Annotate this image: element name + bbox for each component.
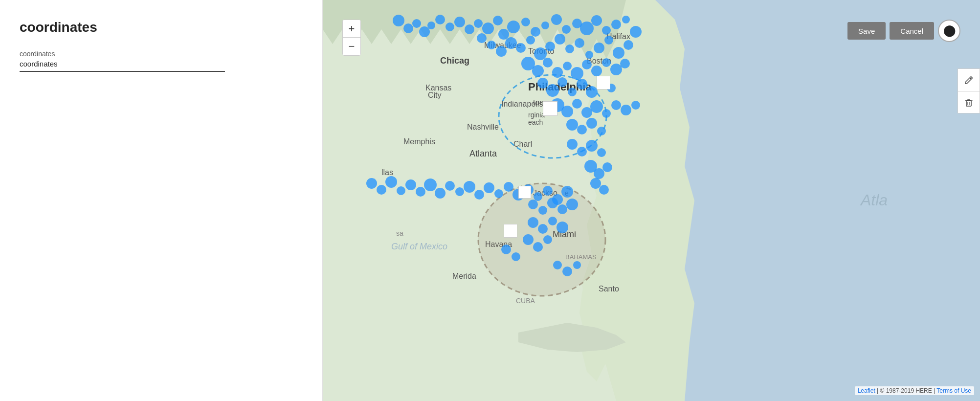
svg-text:Atla: Atla xyxy=(860,191,888,209)
edit-button[interactable] xyxy=(958,68,980,91)
svg-point-30 xyxy=(478,183,605,296)
terms-of-use-link[interactable]: Terms of Use xyxy=(936,387,971,394)
save-button[interactable]: Save xyxy=(847,22,886,40)
edit-icon xyxy=(964,75,974,85)
svg-text:Toronto: Toronto xyxy=(528,47,554,55)
svg-text:sa: sa xyxy=(396,229,403,237)
field-value: coordinates xyxy=(20,60,225,72)
svg-text:rginia: rginia xyxy=(528,111,545,119)
svg-text:Philadelphia: Philadelphia xyxy=(528,81,592,93)
map-container: Atla Gulf of Mexico Milwaukee Chicag Tor… xyxy=(323,0,980,401)
cancel-button[interactable]: Cancel xyxy=(890,22,934,40)
svg-text:each: each xyxy=(528,118,543,126)
field-group-coordinates: coordinates coordinates xyxy=(20,50,303,72)
leaflet-link[interactable]: Leaflet xyxy=(858,387,875,394)
top-right-controls: Save Cancel ⬤ xyxy=(847,20,960,42)
svg-text:City: City xyxy=(428,91,442,99)
svg-text:Milwaukee: Milwaukee xyxy=(484,41,521,49)
zoom-in-button[interactable]: + xyxy=(343,20,360,38)
map-attribution: Leaflet | © 1987-2019 HERE | Terms of Us… xyxy=(855,386,974,395)
svg-text:Merida: Merida xyxy=(452,272,476,280)
attribution-here: | © 1987-2019 HERE | xyxy=(875,387,937,394)
field-label: coordinates xyxy=(20,50,303,58)
page-title: coordinates xyxy=(20,20,303,35)
delete-button[interactable] xyxy=(958,91,980,113)
svg-text:Charl: Charl xyxy=(513,140,532,148)
svg-text:llas: llas xyxy=(381,168,393,177)
record-button[interactable]: ⬤ xyxy=(938,20,960,42)
side-icon-buttons xyxy=(958,68,980,113)
svg-rect-31 xyxy=(966,101,971,106)
svg-text:Chicag: Chicag xyxy=(440,56,469,66)
svg-text:Atlanta: Atlanta xyxy=(469,149,497,158)
zoom-out-button[interactable]: − xyxy=(343,38,360,55)
svg-text:Halifax: Halifax xyxy=(606,32,630,41)
svg-text:CUBA: CUBA xyxy=(516,297,535,305)
zoom-controls: + − xyxy=(342,20,361,56)
svg-text:Santo: Santo xyxy=(599,285,619,293)
map-background: Atla Gulf of Mexico Milwaukee Chicag Tor… xyxy=(323,0,980,401)
svg-text:Gulf of Mexico: Gulf of Mexico xyxy=(391,242,447,251)
left-panel: coordinates coordinates coordinates xyxy=(0,0,323,401)
svg-text:Memphis: Memphis xyxy=(403,137,435,146)
svg-text:Boston: Boston xyxy=(587,57,611,65)
svg-text:ton: ton xyxy=(533,98,544,107)
trash-icon xyxy=(964,97,974,107)
svg-text:Nashville: Nashville xyxy=(467,123,499,131)
